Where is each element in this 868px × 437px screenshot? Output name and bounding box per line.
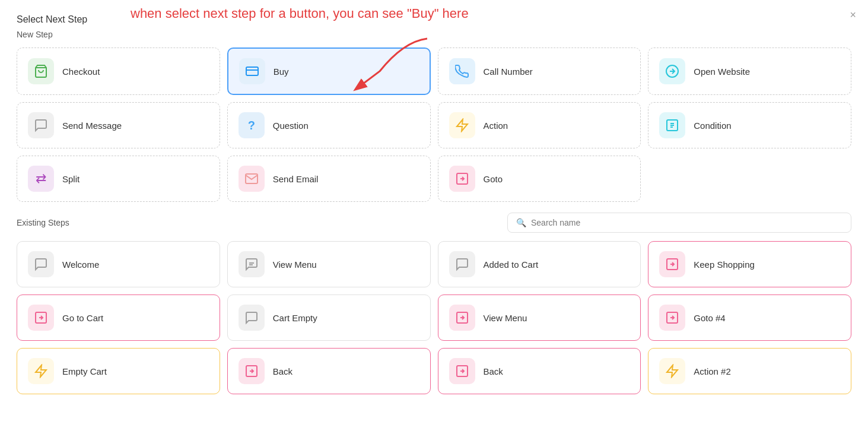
goto4-label: Goto #4 — [694, 313, 725, 323]
new-step-open-website[interactable]: Open Website — [648, 48, 851, 95]
existing-action2[interactable]: Action #2 — [648, 348, 851, 394]
question-label: Question — [273, 121, 309, 131]
new-step-call-number[interactable]: Call Number — [438, 48, 641, 95]
existing-go-to-cart[interactable]: Go to Cart — [17, 294, 220, 341]
send-message-label: Send Message — [62, 121, 122, 131]
send-email-icon — [239, 166, 265, 192]
call-number-label: Call Number — [484, 66, 533, 77]
existing-goto4[interactable]: Goto #4 — [648, 294, 851, 341]
question-icon: ? — [239, 112, 265, 138]
welcome-icon — [28, 251, 54, 277]
new-step-label: New Step — [17, 30, 851, 39]
added-to-cart-icon — [449, 251, 475, 277]
search-input[interactable] — [531, 218, 842, 227]
added-to-cart-label: Added to Cart — [484, 259, 539, 270]
condition-label: Condition — [694, 121, 731, 131]
new-step-question[interactable]: ? Question — [227, 102, 431, 148]
existing-view-menu-2[interactable]: View Menu — [438, 294, 641, 341]
checkout-label: Checkout — [62, 66, 100, 77]
goto-label: Goto — [484, 174, 503, 184]
cart-empty-icon — [239, 305, 265, 331]
existing-steps-label: Existing Steps — [17, 218, 69, 227]
new-step-send-email[interactable]: Send Email — [227, 156, 431, 202]
modal-title: Select Next Step — [17, 14, 851, 25]
existing-steps-grid: Welcome View Menu Added to Cart Keep Sho… — [17, 241, 851, 394]
back-2-label: Back — [484, 366, 503, 376]
existing-welcome[interactable]: Welcome — [17, 241, 220, 287]
search-icon: 🔍 — [516, 218, 526, 227]
existing-keep-shopping[interactable]: Keep Shopping — [648, 241, 851, 287]
new-step-send-message[interactable]: Send Message — [17, 102, 220, 148]
cart-empty-label: Cart Empty — [273, 313, 317, 323]
send-email-label: Send Email — [273, 174, 319, 184]
new-step-checkout[interactable]: Checkout — [17, 48, 220, 95]
new-step-action[interactable]: Action — [438, 102, 641, 148]
view-menu-icon — [239, 251, 265, 277]
keep-shopping-label: Keep Shopping — [694, 259, 755, 270]
buy-label: Buy — [274, 66, 289, 77]
new-step-goto[interactable]: Goto — [438, 156, 641, 202]
modal: × Select Next Step when select next step… — [0, 0, 868, 437]
search-box[interactable]: 🔍 — [507, 213, 851, 233]
grid-placeholder — [648, 156, 851, 202]
go-to-cart-label: Go to Cart — [62, 313, 103, 323]
existing-back[interactable]: Back — [227, 348, 431, 394]
view-menu-2-icon — [449, 305, 475, 331]
empty-cart-label: Empty Cart — [62, 366, 107, 376]
open-website-icon — [659, 58, 685, 84]
back-icon — [239, 358, 265, 384]
checkout-icon — [28, 58, 54, 84]
action-icon — [449, 112, 475, 138]
existing-back-2[interactable]: Back — [438, 348, 641, 394]
svg-marker-5 — [457, 119, 468, 131]
goto4-icon — [659, 305, 685, 331]
action2-icon — [659, 358, 685, 384]
buy-icon — [239, 58, 265, 84]
new-step-buy[interactable]: Buy — [227, 48, 431, 95]
back-2-icon — [449, 358, 475, 384]
welcome-label: Welcome — [62, 259, 99, 270]
split-label: Split — [62, 174, 80, 184]
new-step-grid: Checkout Buy Call Number Open Website — [17, 48, 851, 202]
goto-icon — [449, 166, 475, 192]
svg-marker-14 — [36, 365, 46, 377]
existing-cart-empty[interactable]: Cart Empty — [227, 294, 431, 341]
empty-cart-icon — [28, 358, 54, 384]
split-icon: ⇄ — [28, 166, 54, 192]
existing-steps-row: Existing Steps 🔍 — [17, 213, 851, 233]
existing-view-menu[interactable]: View Menu — [227, 241, 431, 287]
go-to-cart-icon — [28, 305, 54, 331]
new-step-split[interactable]: ⇄ Split — [17, 156, 220, 202]
open-website-label: Open Website — [694, 66, 750, 77]
view-menu-label: View Menu — [273, 259, 317, 270]
action2-label: Action #2 — [694, 366, 731, 376]
svg-rect-2 — [246, 67, 258, 75]
existing-empty-cart[interactable]: Empty Cart — [17, 348, 220, 394]
close-button[interactable]: × — [850, 10, 856, 20]
existing-added-to-cart[interactable]: Added to Cart — [438, 241, 641, 287]
action-label: Action — [484, 121, 508, 131]
send-message-icon — [28, 112, 54, 138]
condition-icon — [659, 112, 685, 138]
svg-marker-17 — [667, 365, 678, 377]
keep-shopping-icon — [659, 251, 685, 277]
view-menu-2-label: View Menu — [484, 313, 527, 323]
call-number-icon — [449, 58, 475, 84]
new-step-condition[interactable]: Condition — [648, 102, 851, 148]
back-label: Back — [273, 366, 292, 376]
